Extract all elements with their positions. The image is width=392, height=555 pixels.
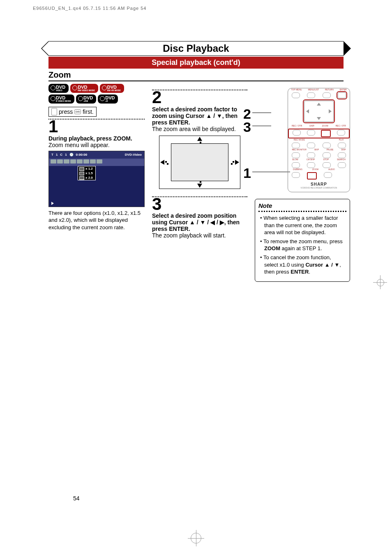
zoom-area-diagram	[159, 136, 240, 189]
remote-brand: SHARP	[288, 182, 350, 187]
zoom-option: x 1.5	[78, 171, 95, 175]
osd-zoom-menu: T 1 C 1 🕐 0:00:00 DVD-Video x 1.2x 1.5x …	[48, 151, 145, 207]
disc-badge: DVDRW VIDEO MODE	[70, 84, 98, 93]
disc-badge: DVDVIDEO	[48, 84, 69, 93]
arrow-right-icon	[235, 160, 239, 165]
osd-t-label: T	[51, 153, 53, 157]
content-area: Disc Playback Special playback (cont'd) …	[48, 41, 344, 518]
disc-badge: DVDRW VR MODE	[100, 84, 124, 93]
column-1: DVDVIDEODVDRW VIDEO MODEDVDRW VR MODEDVD…	[48, 84, 145, 282]
manual-page: E9656UD_EN_1.qx4 05.7.15 11:56 AM Page 5…	[0, 0, 392, 555]
crop-header-text: E9656UD_EN_1.qx4 05.7.15 11:56 AM Page 5…	[33, 6, 146, 11]
step-1-note: There are four options (x1.0, x1.2, x1.5…	[48, 210, 145, 231]
step-2-text: The zoom area will be displayed.	[152, 126, 247, 132]
column-3: 2 3 1 TOP MENUMENU/LISTRETURNENTER	[255, 84, 350, 282]
callout-line	[252, 126, 271, 126]
step-2-number: 2	[152, 90, 247, 104]
press-text-pre: press	[59, 108, 73, 115]
note-item: To cancel the zoom function, select x1.0…	[264, 254, 346, 276]
dpad-highlight	[304, 101, 334, 122]
dpad-down-icon	[317, 117, 321, 120]
section-heading: Zoom	[48, 70, 344, 81]
remote-button-label: SKIP	[314, 148, 319, 151]
arrow-down-icon	[197, 184, 202, 188]
callout-line	[252, 113, 271, 113]
step-3-heading: Select a desired zoom position using Cur…	[152, 212, 247, 232]
remote-button-label: PLAY	[339, 138, 344, 141]
remote-icon	[51, 108, 57, 115]
remote-button-label: DUBBING	[293, 168, 302, 170]
remote-subtext: VCR/DVD RECORDER COMBINATION	[288, 187, 350, 189]
remote-button-label: REC MONITOR	[292, 148, 306, 151]
remote-button-label: CM SKIP	[307, 158, 315, 161]
osd-icon-row	[49, 159, 144, 166]
remote-button-label: ENTER	[340, 88, 347, 91]
dpad-up-icon	[317, 103, 321, 106]
remote-button-label: SKIP	[341, 148, 346, 151]
remote-button-label: REC / OTR	[336, 124, 346, 127]
remote-button-label: STOP	[323, 158, 329, 161]
callout-3: 3	[243, 119, 251, 135]
zoom-button-highlight	[321, 130, 331, 137]
remote-button-label: ZOOM	[322, 124, 328, 127]
step-1-heading: During playback, press ZOOM.	[48, 135, 145, 142]
callout-1: 1	[243, 165, 251, 181]
dpad-left-icon	[306, 109, 309, 113]
note-list: When selecting a smaller factor than the…	[258, 214, 346, 275]
osd-disc-type: DVD-Video	[125, 153, 142, 157]
enter-button-highlight	[338, 92, 346, 98]
step-1-text: Zoom menu will appear.	[48, 142, 145, 148]
column-2: 2 Select a desired zoom factor to zoom u…	[152, 84, 247, 282]
remote-button-label: MENU/LIST	[308, 88, 319, 91]
disc-badge: DVD+R	[98, 94, 118, 104]
title-banner: Disc Playback	[48, 41, 344, 56]
callout-line	[252, 172, 290, 172]
remote-button-label: DISP.	[309, 124, 314, 127]
zoom-option: x 1.2	[78, 166, 95, 171]
remote-button-label: PAUSE	[327, 148, 334, 151]
arrow-up-icon	[197, 137, 202, 141]
disc-type-badges: DVDVIDEODVDRW VIDEO MODEDVDRW VR MODEDVD…	[48, 84, 145, 104]
note-box: Note When selecting a smaller factor tha…	[255, 199, 350, 282]
rec-zoom-row-highlight	[288, 129, 350, 138]
remote-control-diagram: TOP MENUMENU/LISTRETURNENTER REC / OTRDI…	[288, 88, 350, 192]
sub-banner: Special playback (cont'd)	[48, 57, 344, 69]
arrow-left-icon	[160, 160, 164, 165]
remote-button-label: AUDIO	[328, 168, 335, 170]
page-title: Disc Playback	[163, 43, 229, 54]
step-1-number: 1	[48, 120, 145, 134]
note-item: When selecting a smaller factor than the…	[264, 214, 346, 236]
osd-c-label: C	[60, 153, 62, 157]
step-2-heading: Select a desired zoom factor to zoom usi…	[152, 106, 247, 126]
dpad-right-icon	[329, 109, 332, 113]
dvd-mode-button-icon: DVD	[74, 109, 81, 114]
zoom-option: x 2.0	[78, 175, 95, 180]
remote-button-label: ZOOM	[312, 168, 318, 170]
osd-time: 0:00:00	[76, 153, 88, 157]
step-3-text: The zoom playback will start.	[152, 232, 247, 239]
press-first-box: press DVD first.	[48, 107, 97, 117]
registration-mark-right	[376, 278, 385, 287]
disc-badge: DVD+RW	[76, 94, 96, 104]
remote-button-label: SLOW	[292, 158, 298, 161]
page-number: 54	[73, 495, 80, 502]
remote-button-label: REC MODE	[294, 138, 305, 141]
remote-button-label: RETURN	[325, 88, 334, 91]
osd-t-value: 1	[56, 153, 58, 157]
remote-button-label: REC / OTR	[292, 124, 302, 127]
press-text-post: first.	[83, 108, 93, 115]
osd-zoom-options: x 1.2x 1.5x 2.0	[78, 166, 96, 180]
remote-button-label: SEARCH	[337, 158, 346, 161]
disc-badge: DVDR VIDEO MODE	[48, 94, 74, 104]
step-3-number: 3	[152, 197, 247, 211]
zoom-button-bottom-highlight	[307, 172, 317, 180]
registration-mark-bottom	[191, 533, 201, 543]
osd-c-value: 1	[65, 153, 67, 157]
remote-button-label: TOP MENU	[291, 88, 302, 91]
note-item: To remove the zoom menu, press ZOOM agai…	[264, 238, 346, 252]
note-title: Note	[258, 202, 346, 212]
play-icon	[51, 202, 54, 205]
